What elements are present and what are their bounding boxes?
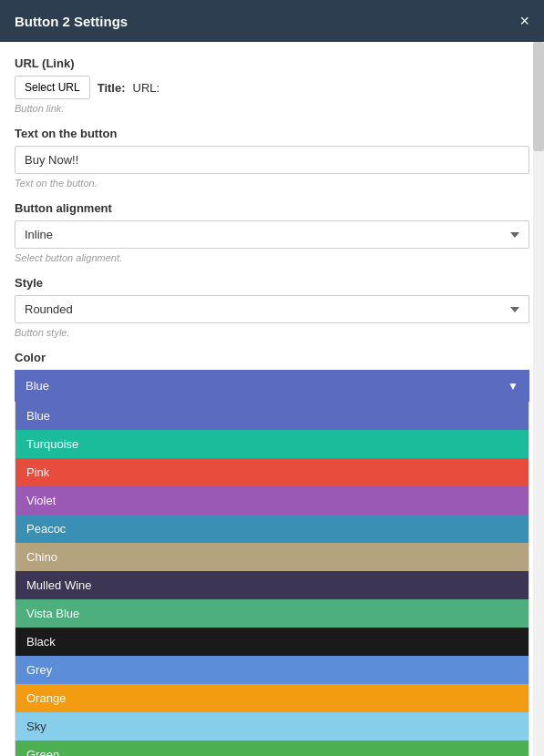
modal: Button 2 Settings × URL (Link) Select UR… (0, 0, 544, 756)
url-value: URL: (133, 81, 160, 95)
alignment-section: Button alignment InlineLeftCenterRight S… (15, 201, 529, 263)
color-selected-label: Blue (26, 379, 49, 393)
scrollbar-track[interactable] (533, 42, 544, 756)
color-item[interactable]: Sky (15, 712, 529, 741)
url-label: URL (Link) (15, 56, 529, 70)
style-select[interactable]: RoundedSquarePill (15, 295, 529, 323)
color-item[interactable]: Pink (15, 458, 529, 486)
scrollbar-thumb[interactable] (533, 42, 544, 151)
color-item[interactable]: Black (15, 628, 529, 656)
modal-body: URL (Link) Select URL Title: URL: Button… (0, 42, 544, 756)
color-item[interactable]: Mulled Wine (15, 571, 529, 599)
style-section: Style RoundedSquarePill Button style. (15, 276, 529, 338)
alignment-select[interactable]: InlineLeftCenterRight (15, 220, 529, 249)
text-label: Text on the button (15, 127, 529, 140)
color-item[interactable]: Chino (15, 543, 529, 571)
color-item[interactable]: Turquoise (15, 430, 529, 458)
style-hint: Button style. (15, 327, 529, 338)
alignment-label: Button alignment (15, 201, 529, 215)
color-item[interactable]: Blue (15, 402, 529, 430)
modal-header: Button 2 Settings × (0, 0, 544, 42)
color-item[interactable]: Grey (15, 656, 529, 684)
style-label: Style (15, 276, 529, 290)
close-button[interactable]: × (519, 13, 529, 29)
color-list: BlueTurquoisePinkVioletPeacocChinoMulled… (15, 402, 529, 756)
color-item[interactable]: Orange (15, 684, 529, 712)
url-row: Select URL Title: URL: (15, 76, 529, 99)
url-section: URL (Link) Select URL Title: URL: Button… (15, 56, 529, 114)
color-item[interactable]: Vista Blue (15, 599, 529, 628)
select-url-button[interactable]: Select URL (15, 76, 90, 99)
button-text-input[interactable] (15, 146, 529, 174)
color-label: Color (15, 351, 529, 364)
modal-title: Button 2 Settings (15, 14, 128, 29)
color-item[interactable]: Green (15, 741, 529, 756)
alignment-hint: Select button alignment. (15, 252, 529, 263)
text-section: Text on the button Text on the button. (15, 127, 529, 189)
url-hint: Button link. (15, 103, 529, 114)
chevron-down-icon: ▼ (508, 380, 518, 393)
url-title-label: Title: (98, 81, 126, 95)
color-dropdown-header[interactable]: Blue ▼ (15, 370, 529, 402)
color-item[interactable]: Peacoc (15, 515, 529, 543)
text-hint: Text on the button. (15, 178, 529, 189)
color-item[interactable]: Violet (15, 486, 529, 515)
color-section: Color Blue ▼ BlueTurquoisePinkVioletPeac… (15, 351, 529, 756)
